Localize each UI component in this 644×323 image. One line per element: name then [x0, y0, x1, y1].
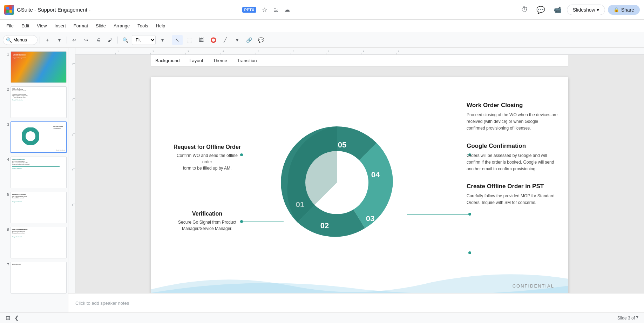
speaker-notes[interactable]: Click to add speaker notes — [68, 293, 644, 312]
svg-text:9: 9 — [398, 50, 399, 53]
connector-dot-1 — [240, 153, 243, 156]
print-button[interactable]: 🖨 — [93, 35, 103, 45]
image-tool[interactable]: 🖼 — [196, 35, 206, 45]
history-icon[interactable]: ⏱ — [521, 6, 528, 14]
left-label-verification: Verification Secure Go Signal from Produ… — [172, 211, 242, 232]
bottom-bar: ⊞ ❮ Slide 3 of 7 — [0, 312, 644, 323]
svg-rect-2 — [6, 10, 9, 13]
lock-icon: 🔒 — [614, 7, 619, 12]
chat-icon[interactable]: 💬 — [536, 6, 545, 14]
zoom-dropdown[interactable]: ▾ — [157, 35, 168, 45]
menu-slide[interactable]: Slide — [92, 22, 109, 30]
pptx-badge: PPTX — [242, 7, 257, 13]
toolbar: 🔍 + ▾ ↩ ↪ 🖨 🖌 🔍 Fit 50% 75% 100% ▾ ↖ ⬚ 🖼… — [0, 32, 644, 48]
offline-order-title: Request for Offline Order — [172, 144, 242, 150]
new-slide-dropdown[interactable]: ▾ — [54, 35, 65, 45]
svg-text:3: 3 — [72, 133, 73, 136]
undo-button[interactable]: ↩ — [69, 35, 80, 45]
menu-bar: File Edit View Insert Format Slide Arran… — [0, 20, 644, 32]
separator-4 — [170, 37, 170, 44]
line-tool[interactable]: ╱ — [220, 35, 230, 45]
slide-thumb-6[interactable]: 6 CGF User Reactivation Account access r… — [1, 226, 67, 259]
offline-order-desc: Confirm WO and send the offline orderfor… — [172, 152, 242, 171]
transition-button[interactable]: Transition — [233, 56, 261, 65]
canvas-wrapper: 1 2 3 4 5 1 2 3 4 5 — [68, 48, 644, 323]
folder-icon[interactable]: 🗂 — [273, 7, 279, 13]
slide-img-4: Offline Order Steps MOPs for Offline Ord… — [11, 157, 67, 188]
svg-text:2: 2 — [72, 98, 73, 101]
info-block-1: Work Order Closing Proceed closing of th… — [467, 102, 558, 132]
menu-view[interactable]: View — [33, 22, 50, 30]
verification-desc: Secure Go Signal from ProductManager/Ser… — [172, 219, 242, 232]
slide-thumb-3[interactable]: 3 Work Order Closing Proceed closing... … — [1, 121, 67, 154]
slide-panel-toggle[interactable]: ❮ — [14, 315, 19, 321]
slide-img-3: Work Order Closing Proceed closing... Go… — [11, 121, 67, 153]
background-button[interactable]: Background — [151, 56, 184, 65]
redo-button[interactable]: ↪ — [81, 35, 91, 45]
layout-button[interactable]: Layout — [185, 56, 207, 65]
cloud-icon[interactable]: ☁ — [284, 6, 290, 13]
menu-format[interactable]: Format — [70, 22, 91, 30]
slide-img-5: Duplicate Order case How to handle dupli… — [11, 192, 67, 223]
slide-img-2: Offline Ordering Overview and Process de… — [11, 86, 67, 118]
slide-num-7: 7 — [2, 262, 9, 267]
line-dropdown[interactable]: ▾ — [232, 35, 242, 45]
search-input[interactable] — [13, 37, 34, 42]
slide-img-1: GSuite Cascade Support Engagement — [11, 51, 67, 83]
menu-insert[interactable]: Insert — [51, 22, 69, 30]
share-button[interactable]: 🔒 Share — [608, 5, 640, 15]
svg-text:6: 6 — [293, 50, 294, 53]
menu-tools[interactable]: Tools — [134, 22, 151, 30]
svg-rect-3 — [9, 10, 12, 13]
app-icon — [4, 5, 14, 15]
video-icon[interactable]: 📹 — [554, 6, 561, 14]
main-area: 1 GSuite Cascade Support Engagement 2 Of… — [0, 48, 644, 323]
shapes-tool[interactable]: ⭕ — [208, 35, 218, 45]
menu-edit[interactable]: Edit — [18, 22, 33, 30]
theme-button[interactable]: Theme — [209, 56, 231, 65]
menu-arrange[interactable]: Arrange — [110, 22, 133, 30]
selection-tool[interactable]: ⬚ — [184, 35, 195, 45]
svg-text:02: 02 — [320, 221, 329, 230]
connector-line-r1 — [407, 155, 470, 155]
cursor-tool[interactable]: ↖ — [172, 35, 183, 45]
create-order-desc: Carefully follow the provided MOP for St… — [467, 193, 558, 206]
search-box[interactable]: 🔍 — [3, 35, 38, 45]
slide-num-1: 1 — [2, 51, 9, 56]
slide-count: Slide 3 of 7 — [617, 316, 638, 321]
separator-1 — [40, 37, 40, 44]
slide-thumb-1[interactable]: 1 GSuite Cascade Support Engagement — [1, 51, 67, 84]
menu-help[interactable]: Help — [152, 22, 169, 30]
right-info-panel: Work Order Closing Proceed closing of th… — [467, 102, 558, 213]
work-order-desc: Proceed closing of the WO when the devic… — [467, 112, 558, 132]
confidential-label: CONFIDENTIAL — [513, 283, 554, 289]
verification-title: Verification — [172, 211, 242, 217]
info-block-3: Create Offline Order in PST Carefully fo… — [467, 183, 558, 206]
svg-text:2: 2 — [152, 50, 154, 53]
menu-file[interactable]: File — [3, 22, 17, 30]
slideshow-button[interactable]: Slideshow ▾ — [567, 5, 605, 15]
connector-dot-r3 — [468, 251, 471, 254]
link-tool[interactable]: 🔗 — [244, 35, 254, 45]
slide-thumb-4[interactable]: 4 Offline Order Steps MOPs for Offline O… — [1, 156, 67, 189]
info-block-2: Google Confirmation Orders will be asses… — [467, 143, 558, 173]
star-icon[interactable]: ☆ — [262, 6, 267, 14]
zoom-button[interactable]: 🔍 — [120, 35, 130, 45]
svg-text:1: 1 — [117, 50, 119, 53]
slide-thumb-5[interactable]: 5 Duplicate Order case How to handle dup… — [1, 191, 67, 224]
slide-num-2: 2 — [2, 86, 9, 91]
slide-img-6: CGF User Reactivation Account access res… — [11, 227, 67, 258]
paint-button[interactable]: 🖌 — [105, 35, 115, 45]
slide-canvas[interactable]: Request for Offline Order Confirm WO and… — [151, 77, 568, 303]
comment-tool[interactable]: 💬 — [256, 35, 266, 45]
donut-chart: 05 04 03 02 01 — [267, 112, 407, 253]
slide-grid-view[interactable]: ⊞ — [6, 315, 10, 321]
slide-thumb-7[interactable]: 7 Additional content — [1, 261, 67, 294]
slide-img-7: Additional content — [11, 262, 67, 294]
share-label: Share — [621, 7, 634, 13]
connector-line-r2 — [407, 214, 470, 215]
new-slide-button[interactable]: + — [42, 35, 53, 45]
svg-text:05: 05 — [338, 140, 346, 149]
slide-thumb-2[interactable]: 2 Offline Ordering Overview and Process … — [1, 86, 67, 119]
zoom-select[interactable]: Fit 50% 75% 100% — [132, 35, 156, 45]
